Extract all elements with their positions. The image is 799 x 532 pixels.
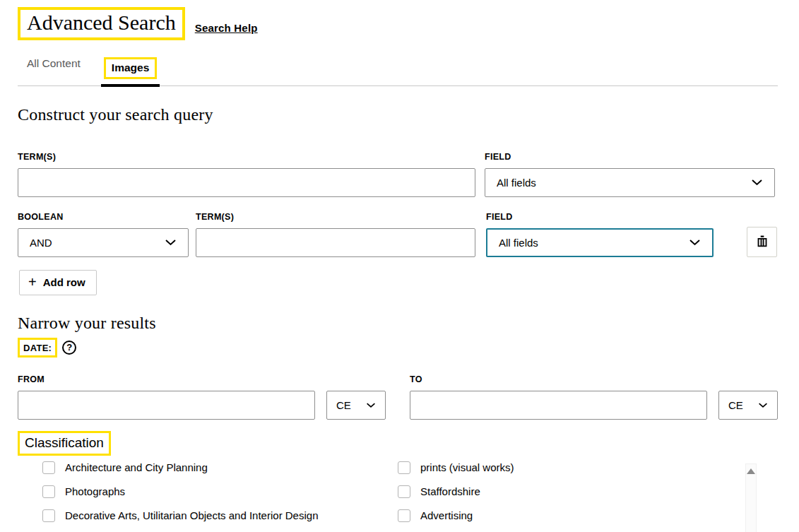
tab-bar: All Content Images [18, 57, 778, 86]
boolean-label: BOOLEAN [18, 212, 189, 222]
add-row-label: Add row [43, 276, 85, 288]
date-to-input[interactable] [410, 391, 707, 420]
checkbox-icon[interactable] [42, 509, 55, 522]
chevron-down-icon [751, 179, 763, 186]
classification-column-left: Architecture and City Planning Photograp… [18, 461, 398, 532]
terms-input-2[interactable] [196, 228, 475, 257]
classification-option[interactable]: Staffordshire [398, 485, 745, 498]
field-label-1: FIELD [485, 152, 775, 162]
classification-option[interactable]: Architecture and City Planning [42, 461, 398, 474]
query-row-2: BOOLEAN AND TERM(S) FIELD All fields [18, 212, 778, 257]
to-era-value: CE [728, 399, 743, 411]
tab-images-highlight: Images [104, 57, 157, 79]
classification-option-label[interactable]: Decorative Arts, Utilitarian Objects and… [65, 509, 318, 521]
page-title-highlight: Advanced Search [18, 7, 185, 40]
classification-option-label[interactable]: Architecture and City Planning [65, 461, 208, 473]
narrow-results-heading: Narrow your results [18, 314, 778, 333]
chevron-down-icon [758, 402, 768, 408]
query-builder-heading: Construct your search query [18, 105, 778, 124]
tab-all-content[interactable]: All Content [27, 57, 81, 85]
chevron-down-icon [366, 402, 376, 408]
triangle-up-icon [747, 468, 755, 474]
classification-list: Architecture and City Planning Photograp… [18, 461, 778, 532]
tab-images-label: Images [112, 61, 149, 73]
checkbox-icon[interactable] [42, 485, 55, 498]
advanced-search-page: Advanced Search Search Help All Content … [0, 0, 799, 532]
classification-scrollbar[interactable] [745, 463, 757, 532]
date-from-input[interactable] [18, 391, 315, 420]
classification-option-label[interactable]: Staffordshire [420, 485, 480, 497]
trash-icon [754, 234, 770, 249]
tab-all-content-label: All Content [27, 57, 81, 69]
header: Advanced Search Search Help [18, 7, 778, 40]
from-era-select[interactable]: CE [326, 391, 386, 420]
classification-section: Classification Architecture and City Pla… [18, 420, 778, 532]
page-title: Advanced Search [27, 11, 176, 35]
plus-icon: + [28, 275, 37, 289]
date-line: DATE: ? [18, 338, 778, 357]
checkbox-icon[interactable] [398, 461, 410, 474]
search-help-link[interactable]: Search Help [195, 22, 258, 34]
narrow-results-section: Narrow your results DATE: ? FROM CE TO C… [18, 314, 778, 420]
field-select-2-value: All fields [499, 237, 538, 249]
classification-heading-highlight: Classification [18, 431, 111, 456]
from-label: FROM [18, 374, 315, 384]
terms-label-1: TERM(S) [18, 152, 475, 162]
question-circle-icon[interactable]: ? [62, 341, 76, 355]
checkbox-icon[interactable] [398, 485, 410, 498]
classification-option-label[interactable]: Advertising [420, 509, 473, 521]
tab-images[interactable]: Images [104, 57, 157, 85]
add-row-button[interactable]: + Add row [19, 270, 97, 295]
classification-option[interactable]: prints (visual works) [398, 461, 745, 474]
chevron-down-icon [165, 239, 177, 246]
chevron-down-icon [689, 239, 701, 246]
date-range-row: FROM CE TO CE [18, 374, 778, 420]
delete-row-button[interactable] [747, 227, 777, 257]
to-label: TO [410, 374, 707, 384]
classification-option[interactable]: Decorative Arts, Utilitarian Objects and… [42, 509, 398, 522]
from-era-value: CE [336, 399, 351, 411]
field-select-1[interactable]: All fields [485, 168, 775, 197]
field-label-2: FIELD [486, 212, 714, 222]
date-label-highlight: DATE: [18, 338, 57, 357]
boolean-select[interactable]: AND [18, 228, 189, 257]
query-row-1: TERM(S) FIELD All fields [18, 152, 778, 197]
terms-label-2: TERM(S) [196, 212, 475, 222]
classification-option[interactable]: Advertising [398, 509, 745, 522]
boolean-select-value: AND [30, 237, 52, 249]
checkbox-icon[interactable] [42, 461, 55, 474]
checkbox-icon[interactable] [398, 509, 410, 522]
to-era-select[interactable]: CE [718, 391, 778, 420]
classification-option[interactable]: Photographs [42, 485, 398, 498]
classification-option-label[interactable]: prints (visual works) [420, 461, 514, 473]
field-select-2[interactable]: All fields [486, 228, 714, 257]
classification-heading: Classification [25, 435, 104, 450]
field-select-1-value: All fields [497, 177, 536, 189]
classification-option-label[interactable]: Photographs [65, 485, 125, 497]
terms-input-1[interactable] [18, 168, 475, 197]
classification-column-right: prints (visual works) Staffordshire Adve… [398, 461, 745, 532]
query-builder-section: Construct your search query TERM(S) FIEL… [18, 105, 778, 295]
date-label: DATE: [23, 343, 52, 353]
